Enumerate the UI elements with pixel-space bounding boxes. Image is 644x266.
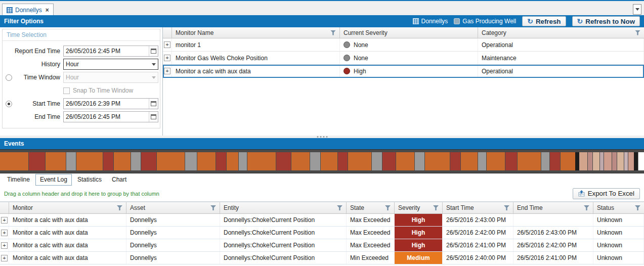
start-time-input[interactable] xyxy=(64,100,149,107)
row-expander-cell[interactable] xyxy=(0,252,9,264)
row-expander-cell[interactable] xyxy=(0,227,9,239)
event-row[interactable]: Monitor a calc with aux data Donnellys D… xyxy=(0,252,644,264)
tab-statistics[interactable]: Statistics xyxy=(73,174,106,186)
header-status[interactable]: Status xyxy=(593,202,644,213)
time-selection-group: Time Selection Report End Time History xyxy=(2,29,160,128)
header-start-time[interactable]: Start Time xyxy=(443,202,513,213)
expand-icon[interactable] xyxy=(164,55,170,61)
monitors-header-name[interactable]: Monitor Name xyxy=(172,27,340,38)
snap-checkbox[interactable] xyxy=(63,87,70,94)
event-log-header: Monitor Asset Entity State Severity Star… xyxy=(0,202,644,214)
timeline-segment xyxy=(487,152,505,170)
timeline-zoom-handle-right[interactable] xyxy=(634,152,638,170)
filter-icon[interactable] xyxy=(117,205,122,210)
event-entity-cell: Donnellys:Choke!Current Position xyxy=(220,214,347,226)
start-time-radio[interactable] xyxy=(6,101,12,107)
calendar-icon xyxy=(151,49,156,54)
timeline-segment xyxy=(450,152,460,170)
timeline-segment xyxy=(396,152,414,170)
header-end-time[interactable]: End Time xyxy=(513,202,593,213)
group-by-bar[interactable]: Drag a column header and drop it here to… xyxy=(0,186,644,202)
end-time-input[interactable] xyxy=(64,113,149,120)
row-expander-cell[interactable] xyxy=(163,65,172,77)
filter-icon[interactable] xyxy=(504,205,509,210)
filter-icon[interactable] xyxy=(635,205,640,210)
timeline-segment xyxy=(114,152,131,170)
filter-icon[interactable] xyxy=(385,205,391,210)
expand-icon[interactable] xyxy=(164,68,170,74)
chevron-down-icon xyxy=(635,8,639,11)
tab-event-log[interactable]: Event Log xyxy=(35,174,72,186)
expand-icon[interactable] xyxy=(1,255,8,261)
timeline-overview-segment xyxy=(617,152,624,170)
export-to-excel-button[interactable]: Export To Excel xyxy=(573,188,640,199)
row-expander-cell[interactable] xyxy=(163,52,172,64)
start-time-calendar-button[interactable] xyxy=(149,99,158,109)
end-time-label: End Time xyxy=(14,113,60,120)
timeline-zoom-handle-left[interactable] xyxy=(575,152,579,170)
filter-icon[interactable] xyxy=(210,205,216,210)
header-severity[interactable]: Severity xyxy=(395,202,443,213)
tab-chart[interactable]: Chart xyxy=(107,174,131,186)
expand-icon[interactable] xyxy=(1,230,8,236)
splitter-grip-icon xyxy=(317,136,327,138)
history-label: History xyxy=(14,61,60,68)
header-state[interactable]: State xyxy=(347,202,395,213)
time-window-radio[interactable] xyxy=(6,74,12,81)
event-row[interactable]: Monitor a calc with aux data Donnellys D… xyxy=(0,227,644,239)
event-end-time-cell: 26/5/2016 2:43:00 PM xyxy=(513,227,593,239)
refresh-button[interactable]: ↻ Refresh xyxy=(522,16,566,26)
monitors-header-expander xyxy=(163,27,172,38)
expand-icon[interactable] xyxy=(164,41,170,48)
event-severity-badge: High xyxy=(395,214,443,226)
timeline-overview[interactable] xyxy=(579,152,634,170)
event-status-cell: Unknown xyxy=(593,252,644,264)
refresh-to-now-button[interactable]: ↻ Refresh to Now xyxy=(572,16,640,26)
tab-donnellys[interactable]: Donnellys × xyxy=(2,4,54,16)
filter-icon[interactable] xyxy=(433,205,439,210)
header-monitor[interactable]: Monitor xyxy=(9,202,126,213)
time-window-combobox[interactable]: Hour xyxy=(63,72,158,83)
expand-icon[interactable] xyxy=(1,242,8,249)
close-icon[interactable]: × xyxy=(46,7,49,14)
event-end-time-cell: 26/5/2016 2:41:00 PM xyxy=(513,252,593,264)
event-log-rows: Monitor a calc with aux data Donnellys D… xyxy=(0,214,644,264)
timeline-segment xyxy=(46,152,65,170)
filter-icon[interactable] xyxy=(337,205,342,210)
report-end-time-calendar-button[interactable] xyxy=(149,46,158,56)
event-timeline[interactable] xyxy=(0,149,644,173)
severity-dot-icon xyxy=(344,68,350,74)
event-start-time-cell: 26/5/2016 2:41:00 PM xyxy=(443,239,513,251)
event-row[interactable]: Monitor a calc with aux data Donnellys D… xyxy=(0,239,644,252)
monitor-row[interactable]: Monitor Gas Wells Choke Position None Ma… xyxy=(163,52,644,65)
timeline-track[interactable] xyxy=(0,152,575,170)
tab-timeline[interactable]: Timeline xyxy=(3,174,34,186)
row-expander-cell[interactable] xyxy=(0,214,9,226)
document-tab-bar: Donnellys × xyxy=(0,0,644,15)
monitor-row[interactable]: monitor 1 None Operational xyxy=(163,38,644,52)
filter-icon[interactable] xyxy=(584,205,589,210)
monitor-category-cell: Operational xyxy=(478,65,644,77)
tab-overflow-button[interactable] xyxy=(633,4,641,15)
row-expander-cell[interactable] xyxy=(163,38,172,51)
filter-icon[interactable] xyxy=(635,30,640,35)
event-row[interactable]: Monitor a calc with aux data Donnellys D… xyxy=(0,214,644,227)
history-combobox[interactable]: Hour xyxy=(63,59,158,70)
monitors-header-severity[interactable]: Current Severity xyxy=(340,27,478,38)
column-label: Monitor xyxy=(13,204,33,211)
monitor-row[interactable]: Monitor a calc with aux data High Operat… xyxy=(163,65,644,78)
monitor-severity-cell: None xyxy=(340,38,478,51)
event-end-time-cell: 26/5/2016 2:42:00 PM xyxy=(513,239,593,251)
header-asset[interactable]: Asset xyxy=(126,202,220,213)
event-log-table: Monitor Asset Entity State Severity Star… xyxy=(0,202,644,266)
monitors-header-category[interactable]: Category xyxy=(478,27,644,38)
report-end-time-input[interactable] xyxy=(64,48,149,55)
refresh-icon: ↻ xyxy=(527,18,533,24)
snap-label: Snap To Time Window xyxy=(73,87,133,94)
filter-options-title: Filter Options xyxy=(4,18,44,25)
filter-icon[interactable] xyxy=(330,30,336,35)
end-time-calendar-button[interactable] xyxy=(149,112,158,122)
header-entity[interactable]: Entity xyxy=(220,202,347,213)
expand-icon[interactable] xyxy=(1,217,8,224)
row-expander-cell[interactable] xyxy=(0,239,9,251)
